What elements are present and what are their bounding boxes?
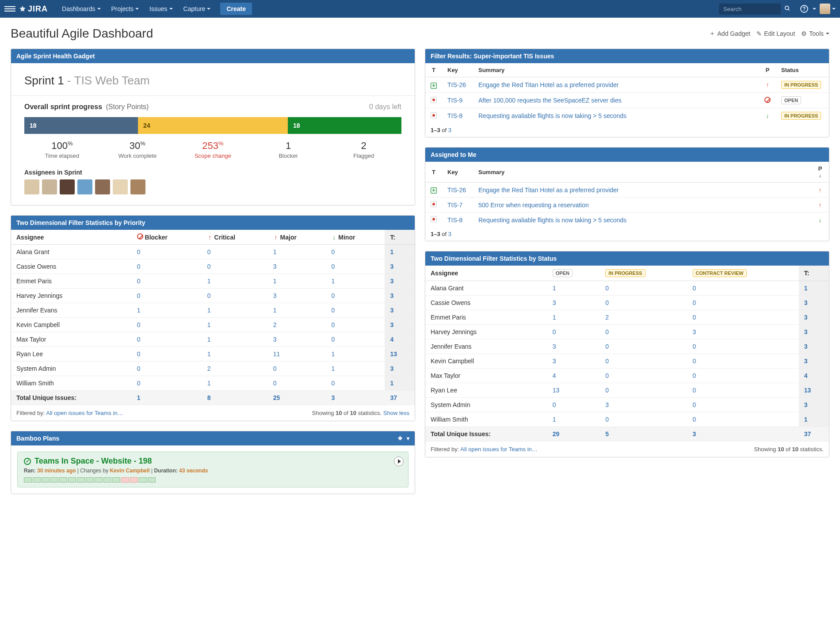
search-icon[interactable] xyxy=(784,5,790,13)
stat-cell[interactable]: 0 xyxy=(132,376,202,391)
build-result[interactable] xyxy=(42,477,50,483)
stat-cell[interactable]: 3 xyxy=(687,325,799,339)
th-key[interactable]: Key xyxy=(442,162,473,183)
build-result[interactable] xyxy=(121,477,129,483)
stat-cell[interactable]: 0 xyxy=(600,296,687,310)
grand-total[interactable]: 37 xyxy=(385,391,415,405)
total-cell[interactable]: 3 xyxy=(385,274,415,289)
total-cell[interactable]: 3 xyxy=(799,325,829,339)
total-cell[interactable]: 3 xyxy=(385,259,415,274)
stat-cell[interactable]: 0 xyxy=(268,376,326,391)
stat-cell[interactable]: 0 xyxy=(132,259,202,274)
issue-row[interactable]: TIS-9After 100,000 requests the SeeSpace… xyxy=(425,93,829,108)
stat-cell[interactable]: 1 xyxy=(268,245,326,259)
jira-logo[interactable]: JIRA xyxy=(19,4,48,14)
build-result[interactable] xyxy=(112,477,120,483)
page-total-link[interactable]: 3 xyxy=(448,231,451,237)
stat-cell[interactable]: 1 xyxy=(202,376,268,391)
issue-row[interactable]: TIS-7500 Error when requesting a reserva… xyxy=(425,198,829,213)
build-result[interactable] xyxy=(86,477,94,483)
filter-link[interactable]: All open issues for Teams in… xyxy=(46,410,123,416)
edit-layout-button[interactable]: ✎ Edit Layout xyxy=(756,30,795,37)
total-cell[interactable]: 3 xyxy=(799,339,829,354)
stat-cell[interactable]: 1 xyxy=(132,303,202,318)
total-cell[interactable]: 3 xyxy=(799,398,829,412)
total-cell[interactable]: 1 xyxy=(385,376,415,391)
total-cell[interactable]: 1 xyxy=(799,281,829,296)
bamboo-plan-title[interactable]: Teams In Space - Website - 198 xyxy=(24,457,402,466)
issue-key[interactable]: TIS-7 xyxy=(447,202,462,209)
stat-cell[interactable]: 0 xyxy=(687,310,799,325)
stat-cell[interactable]: 1 xyxy=(547,412,600,427)
build-result[interactable] xyxy=(68,477,76,483)
stat-cell[interactable]: 1 xyxy=(202,332,268,347)
stat-cell[interactable]: 0 xyxy=(326,259,385,274)
stat-cell[interactable]: 1 xyxy=(547,310,600,325)
issue-summary[interactable]: 500 Error when requesting a reservation xyxy=(478,202,589,209)
th-type[interactable]: T xyxy=(425,63,442,77)
th-type[interactable]: T xyxy=(425,162,442,183)
stat-cell[interactable]: 1 xyxy=(202,347,268,361)
issue-summary[interactable]: Requesting avaliable flights is now taki… xyxy=(478,112,626,119)
stat-cell[interactable]: 0 xyxy=(600,383,687,398)
total-cell[interactable]: 4 xyxy=(799,369,829,383)
stat-cell[interactable]: 3 xyxy=(600,398,687,412)
th-contract-review[interactable]: CONTRACT REVIEW xyxy=(687,266,799,281)
stat-cell[interactable]: 3 xyxy=(547,296,600,310)
th-open[interactable]: OPEN xyxy=(547,266,600,281)
build-result[interactable] xyxy=(77,477,85,483)
stat-cell[interactable]: 1 xyxy=(202,318,268,332)
th-summary[interactable]: Summary xyxy=(473,63,759,77)
grand-total[interactable]: 37 xyxy=(799,427,829,441)
total-cell[interactable]: 3 xyxy=(385,303,415,318)
total-cell[interactable]: 3 xyxy=(799,296,829,310)
stat-cell[interactable]: 2 xyxy=(600,310,687,325)
bamboo-plan-card[interactable]: Teams In Space - Website - 198 Ran: 30 m… xyxy=(17,452,409,487)
stat-cell[interactable]: 0 xyxy=(687,281,799,296)
stat-cell[interactable]: 3 xyxy=(547,339,600,354)
build-result[interactable] xyxy=(59,477,67,483)
total-cell[interactable]: 3 xyxy=(799,310,829,325)
build-result[interactable] xyxy=(24,477,32,483)
filter-link[interactable]: All open issues for Teams in… xyxy=(460,446,538,453)
gadget-header[interactable]: Filter Results: Super-important TIS Issu… xyxy=(425,49,829,63)
nav-issues[interactable]: Issues xyxy=(144,0,178,18)
stat-cell[interactable]: 1 xyxy=(326,361,385,376)
stat-cell[interactable]: 0 xyxy=(687,354,799,369)
stat-cell[interactable]: 0 xyxy=(687,339,799,354)
total-stat[interactable]: 5 xyxy=(600,427,687,441)
total-cell[interactable]: 3 xyxy=(385,361,415,376)
stat-cell[interactable]: 0 xyxy=(132,332,202,347)
stat-cell[interactable]: 0 xyxy=(600,369,687,383)
total-stat[interactable]: 1 xyxy=(132,391,202,405)
stat-cell[interactable]: 0 xyxy=(202,289,268,303)
stat-cell[interactable]: 1 xyxy=(547,281,600,296)
stat-cell[interactable]: 13 xyxy=(547,383,600,398)
th-priority[interactable]: P xyxy=(759,63,776,77)
build-result[interactable] xyxy=(148,477,156,483)
stat-cell[interactable]: 0 xyxy=(687,398,799,412)
add-gadget-button[interactable]: ＋ Add Gadget xyxy=(709,30,751,38)
build-result[interactable] xyxy=(50,477,58,483)
stat-cell[interactable]: 0 xyxy=(687,369,799,383)
total-cell[interactable]: 1 xyxy=(385,245,415,259)
assignee-avatar[interactable] xyxy=(42,179,57,194)
gadget-header[interactable]: Bamboo Plans ✥ ▾ xyxy=(11,431,415,445)
stat-cell[interactable]: 0 xyxy=(202,259,268,274)
nav-capture[interactable]: Capture xyxy=(178,0,216,18)
th-key[interactable]: Key xyxy=(442,63,473,77)
stat-cell[interactable]: 0 xyxy=(600,412,687,427)
stat-cell[interactable]: 1 xyxy=(326,274,385,289)
stat-cell[interactable]: 0 xyxy=(600,281,687,296)
total-cell[interactable]: 13 xyxy=(385,347,415,361)
stat-cell[interactable]: 1 xyxy=(268,303,326,318)
build-result[interactable] xyxy=(33,477,41,483)
stat-cell[interactable]: 0 xyxy=(132,289,202,303)
stat-cell[interactable]: 0 xyxy=(600,354,687,369)
stat-cell[interactable]: 0 xyxy=(326,245,385,259)
total-stat[interactable]: 29 xyxy=(547,427,600,441)
user-avatar[interactable] xyxy=(820,4,830,14)
issue-summary[interactable]: After 100,000 requests the SeeSpaceEZ se… xyxy=(478,97,622,104)
th-total[interactable]: T: xyxy=(385,230,415,245)
create-button[interactable]: Create xyxy=(220,3,252,15)
